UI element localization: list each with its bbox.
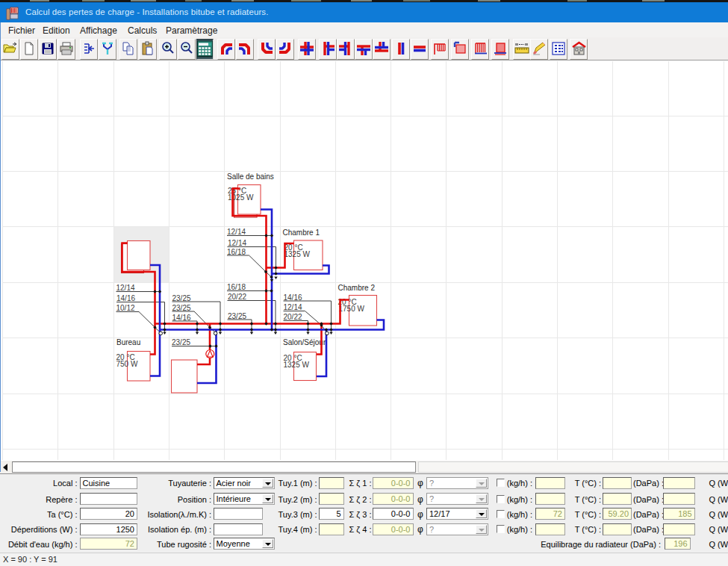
- svg-text:23/25: 23/25: [172, 304, 191, 312]
- svg-text:750 W: 750 W: [116, 360, 138, 368]
- svg-text:14/16: 14/16: [284, 293, 302, 302]
- svg-text:12/14: 12/14: [227, 228, 246, 236]
- svg-text:Chambre 1: Chambre 1: [283, 228, 320, 237]
- svg-text:Salle de bains: Salle de bains: [227, 172, 274, 181]
- svg-text:Chambre 2: Chambre 2: [338, 284, 376, 292]
- svg-text:12/14: 12/14: [284, 303, 302, 311]
- svg-text:14/16: 14/16: [116, 294, 135, 302]
- svg-text:23/25: 23/25: [172, 294, 191, 302]
- svg-text:12/14: 12/14: [228, 239, 246, 247]
- svg-text:23/25: 23/25: [228, 312, 246, 320]
- svg-text:20/22: 20/22: [284, 313, 302, 321]
- svg-text:12/14: 12/14: [116, 284, 135, 292]
- svg-text:16/18: 16/18: [227, 248, 246, 256]
- svg-text:23/25: 23/25: [172, 338, 190, 346]
- svg-text:1325 W: 1325 W: [284, 250, 311, 258]
- svg-text:1325 W: 1325 W: [284, 361, 310, 369]
- svg-text:16/18: 16/18: [227, 283, 246, 291]
- svg-text:20/22: 20/22: [228, 293, 246, 301]
- svg-text:14/16: 14/16: [172, 314, 191, 322]
- svg-text:10/12: 10/12: [116, 304, 135, 312]
- svg-text:Bureau: Bureau: [116, 338, 140, 346]
- svg-text:1750 W: 1750 W: [339, 305, 365, 313]
- svg-text:Salon/Séjour: Salon/Séjour: [283, 338, 326, 346]
